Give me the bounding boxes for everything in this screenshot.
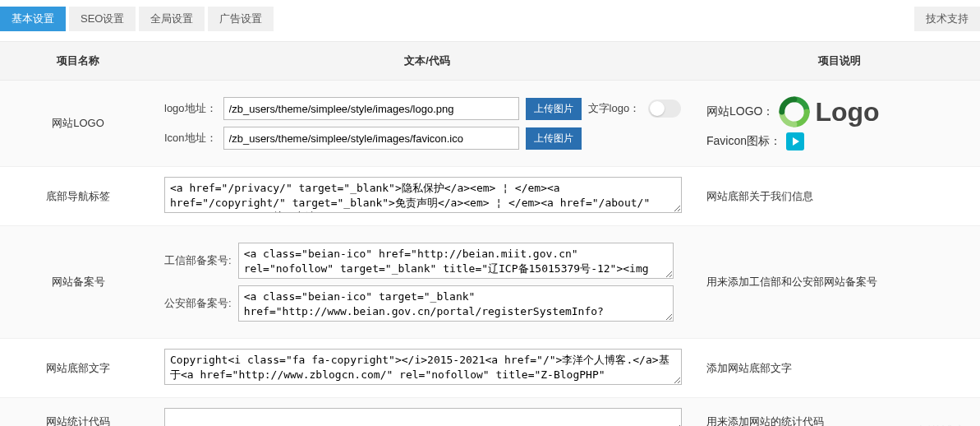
row-footer-text: 网站底部文字 添加网站底部文字 <box>0 339 980 398</box>
row-stats-name: 网站统计代码 <box>0 398 156 427</box>
desc-favicon-label: Favicon图标： <box>706 134 781 149</box>
settings-table: 项目名称 文本/代码 项目说明 网站LOGO logo地址： 上传图片 文字lo… <box>0 41 980 426</box>
tab-basic[interactable]: 基本设置 <box>0 7 66 31</box>
text-logo-label: 文字logo： <box>588 101 641 116</box>
miit-textarea[interactable] <box>238 243 674 279</box>
tab-support[interactable]: 技术支持 <box>914 7 980 31</box>
gongan-textarea[interactable] <box>238 285 674 322</box>
row-footer-text-name: 网站底部文字 <box>0 339 156 398</box>
icon-url-input[interactable] <box>223 127 519 150</box>
icon-upload-button[interactable]: 上传图片 <box>526 127 582 150</box>
row-stats: 网站统计代码 用来添加网站的统计代码 <box>0 398 980 427</box>
row-logo-name: 网站LOGO <box>0 81 156 167</box>
header-desc: 项目说明 <box>698 42 980 81</box>
footer-text-textarea[interactable] <box>164 349 682 385</box>
stats-textarea[interactable] <box>164 408 682 426</box>
desc-logo-label: 网站LOGO： <box>706 104 774 119</box>
logo-preview-text: Logo <box>815 97 879 127</box>
row-footer-nav-name: 底部导航标签 <box>0 167 156 226</box>
header-code: 文本/代码 <box>156 42 698 81</box>
row-stats-desc: 用来添加网站的统计代码 <box>698 398 980 427</box>
gongan-label: 公安部备案号: <box>164 296 232 311</box>
logo-icon <box>779 96 810 127</box>
header-name: 项目名称 <box>0 42 156 81</box>
text-logo-toggle[interactable] <box>648 100 681 118</box>
logo-upload-button[interactable]: 上传图片 <box>526 98 582 120</box>
logo-url-input[interactable] <box>223 97 519 120</box>
row-logo: 网站LOGO logo地址： 上传图片 文字logo： Icon地址： 上传图片 <box>0 81 980 167</box>
favicon-preview-icon <box>786 132 804 150</box>
tabs-left-group: 基本设置 SEO设置 全局设置 广告设置 <box>0 7 277 31</box>
tabs-bar: 基本设置 SEO设置 全局设置 广告设置 技术支持 <box>0 0 980 41</box>
tab-global[interactable]: 全局设置 <box>139 7 205 31</box>
tab-ads[interactable]: 广告设置 <box>208 7 274 31</box>
row-beian: 网站备案号 工信部备案号: 公安部备案号: 用来添加工信部和公安部网站备案号 <box>0 226 980 339</box>
row-footer-nav: 底部导航标签 网站底部关于我们信息 <box>0 167 980 226</box>
row-beian-desc: 用来添加工信部和公安部网站备案号 <box>698 226 980 339</box>
logo-url-label: logo地址： <box>164 101 217 116</box>
row-footer-text-desc: 添加网站底部文字 <box>698 339 980 398</box>
tab-seo[interactable]: SEO设置 <box>69 7 136 31</box>
row-footer-nav-desc: 网站底部关于我们信息 <box>698 167 980 226</box>
footer-nav-textarea[interactable] <box>164 177 682 213</box>
icon-url-label: Icon地址： <box>164 131 217 146</box>
miit-label: 工信部备案号: <box>164 253 232 268</box>
row-beian-name: 网站备案号 <box>0 226 156 339</box>
